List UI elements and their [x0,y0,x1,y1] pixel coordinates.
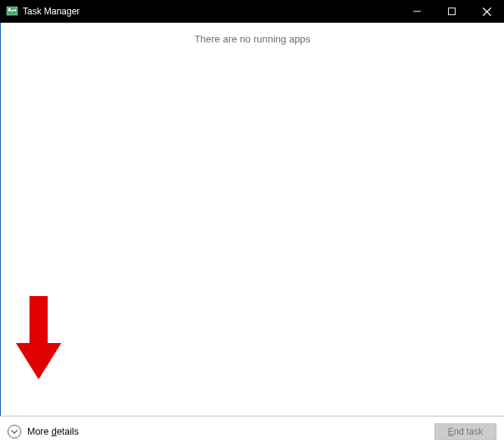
process-list-area: There are no running apps [0,23,504,416]
end-task-button[interactable]: End task [434,423,496,440]
titlebar[interactable]: Task Manager [0,0,504,23]
empty-state-message: There are no running apps [1,33,504,45]
app-icon [6,5,18,17]
svg-rect-3 [14,9,16,11]
maximize-button[interactable] [434,0,469,23]
svg-rect-1 [8,8,11,11]
window-controls [400,0,504,23]
chevron-down-icon [8,425,21,438]
close-button[interactable] [469,0,504,23]
svg-rect-2 [11,10,14,11]
more-details-label: More details [27,426,79,437]
svg-rect-5 [449,8,456,15]
window-title: Task Manager [23,6,79,17]
annotation-arrow-icon [16,296,61,379]
minimize-button[interactable] [400,0,434,23]
footer-bar: More details End task [0,416,504,446]
more-details-button[interactable]: More details [8,425,79,438]
svg-marker-8 [16,296,61,379]
